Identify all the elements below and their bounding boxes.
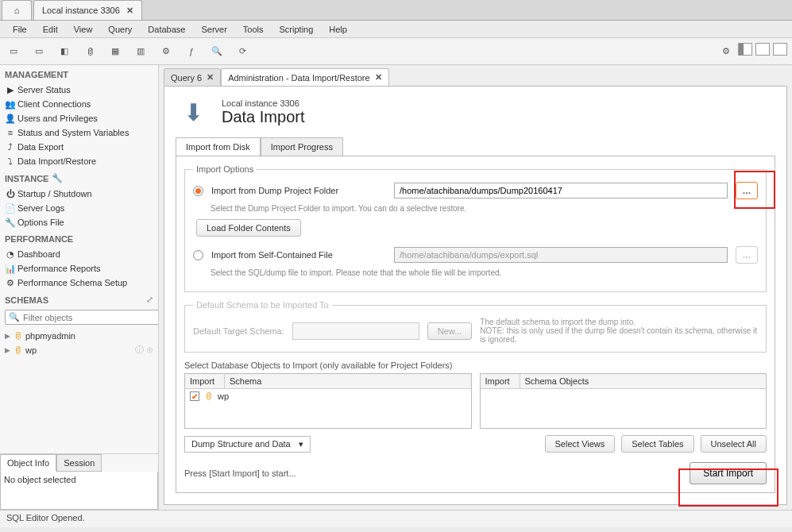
wrench-icon: 🔧 (52, 173, 63, 183)
schemas-section-title: SCHEMAS (5, 295, 48, 305)
load-folder-contents-button[interactable]: Load Folder Contents (196, 219, 301, 237)
nav-data-export[interactable]: ⤴Data Export (0, 140, 158, 154)
self-contained-path-input[interactable] (394, 247, 728, 263)
nav-server-status[interactable]: ▶Server Status (0, 83, 158, 97)
tab-query[interactable]: Query 6✕ (164, 68, 221, 86)
radio-self-contained[interactable] (193, 250, 203, 260)
menu-view[interactable]: View (66, 22, 101, 37)
dump-folder-path-input[interactable] (394, 183, 728, 199)
navigator-sidebar: MANAGEMENT ▶Server Status 👥Client Connec… (0, 65, 159, 510)
search-icon: 🔍 (9, 312, 20, 322)
nav-data-import[interactable]: ⤵Data Import/Restore (0, 154, 158, 168)
radio-dump-folder-label: Import from Dump Project Folder (211, 186, 386, 195)
import-checkbox[interactable]: ✔ (190, 391, 199, 401)
expand-icon[interactable]: ⤢ (146, 295, 153, 305)
open-sql-icon[interactable]: ▭ (30, 43, 48, 60)
schema-filter[interactable]: 🔍 (5, 310, 159, 325)
schema-filter-input[interactable] (23, 313, 159, 322)
view-icon[interactable]: ▥ (132, 43, 149, 60)
close-icon[interactable]: ✕ (375, 72, 382, 83)
schema-row[interactable]: ▶🛢wpⓘ ⊙ (5, 342, 153, 357)
management-section-title: MANAGEMENT (0, 65, 158, 83)
default-schema-fieldset: Default Schema to be Imported To Default… (184, 300, 767, 353)
menu-edit[interactable]: Edit (35, 22, 66, 37)
toggle-secondary-icon[interactable] (773, 43, 787, 56)
object-info-body: No object selected (0, 472, 158, 510)
unselect-all-button[interactable]: Unselect All (701, 435, 767, 453)
menu-tools[interactable]: Tools (235, 22, 272, 37)
inspector-icon[interactable]: ◧ (56, 43, 73, 60)
schema-badges: ⓘ ⊙ (135, 344, 153, 356)
select-tables-button[interactable]: Select Tables (621, 435, 693, 453)
th-schema: Schema (225, 374, 471, 388)
chevron-down-icon: ▾ (299, 439, 303, 449)
new-schema-button[interactable]: New... (427, 322, 473, 340)
power-icon: ⏻ (5, 189, 16, 199)
schema-icon[interactable]: 🛢 (81, 43, 99, 60)
close-icon[interactable]: ✕ (207, 72, 214, 83)
vars-icon: ≡ (5, 128, 16, 137)
schema-import-row[interactable]: ✔ 🛢 wp (185, 389, 471, 403)
nav-client-connections[interactable]: 👥Client Connections (0, 97, 158, 111)
select-objects-label: Select Database Objects to Import (only … (184, 360, 767, 370)
tab-object-info[interactable]: Object Info (0, 454, 56, 472)
toggle-output-icon[interactable] (755, 43, 770, 56)
search-icon[interactable]: 🔍 (208, 43, 226, 60)
dump-type-combo[interactable]: Dump Structure and Data ▾ (184, 436, 311, 453)
menu-help[interactable]: Help (321, 22, 355, 37)
menu-file[interactable]: File (5, 22, 35, 37)
database-icon: 🛢 (14, 345, 22, 355)
new-sql-tab-icon[interactable]: ▭ (5, 43, 22, 60)
expand-tri-icon[interactable]: ▶ (5, 346, 10, 354)
connection-tab[interactable]: Local instance 3306 ✕ (33, 0, 142, 20)
browse-file-button[interactable]: … (736, 246, 758, 264)
database-icon: 🛢 (204, 391, 213, 401)
import-options-legend: Import Options (193, 164, 257, 174)
th-import: Import (185, 374, 225, 388)
start-import-button[interactable]: Start Import (690, 462, 767, 484)
schema-row[interactable]: ▶🛢phpmyadmin (5, 330, 153, 342)
nav-startup[interactable]: ⏻Startup / Shutdown (0, 187, 158, 201)
database-icon: 🛢 (14, 331, 22, 341)
nav-users-privileges[interactable]: 👤Users and Privileges (0, 111, 158, 125)
menu-query[interactable]: Query (100, 22, 140, 37)
nav-dashboard[interactable]: ◔Dashboard (0, 247, 158, 261)
schemas-table: Import Schema ✔ 🛢 wp (184, 373, 472, 429)
menu-database[interactable]: Database (140, 22, 193, 37)
default-target-label: Default Target Schema: (193, 326, 284, 336)
tab-admin-import[interactable]: Administration - Data Import/Restore✕ (221, 68, 389, 86)
select-views-button[interactable]: Select Views (545, 435, 616, 453)
nav-status-variables[interactable]: ≡Status and System Variables (0, 125, 158, 140)
export-icon: ⤴ (5, 142, 16, 152)
nav-server-logs[interactable]: 📄Server Logs (0, 201, 158, 215)
radio-self-contained-label: Import from Self-Contained File (211, 250, 386, 260)
tab-import-progress[interactable]: Import Progress (261, 137, 343, 156)
browse-folder-button[interactable]: … (736, 182, 758, 199)
close-icon[interactable]: ✕ (126, 6, 133, 16)
nav-options-file[interactable]: 🔧Options File (0, 215, 158, 229)
users-icon: 👤 (5, 114, 16, 124)
expand-tri-icon[interactable]: ▶ (5, 332, 10, 340)
panel-subtitle: Local instance 3306 (222, 98, 304, 108)
radio-dump-folder[interactable] (193, 186, 203, 196)
gear-icon[interactable]: ⚙ (717, 43, 735, 60)
nav-perf-reports[interactable]: 📊Performance Reports (0, 261, 158, 276)
menu-scripting[interactable]: Scripting (272, 22, 322, 37)
menu-server[interactable]: Server (193, 22, 234, 37)
status-icon: ▶ (5, 85, 16, 95)
procedure-icon[interactable]: ⚙ (157, 43, 175, 60)
tab-session[interactable]: Session (56, 454, 102, 472)
reconnect-icon[interactable]: ⟳ (234, 43, 251, 60)
panel-title: Data Import (222, 108, 304, 126)
toggle-sidebar-icon[interactable] (738, 43, 752, 56)
nav-perf-schema[interactable]: ⚙Performance Schema Setup (0, 276, 158, 290)
tab-import-from-disk[interactable]: Import from Disk (176, 137, 261, 156)
window-tab-bar: ⌂ Local instance 3306 ✕ (0, 0, 792, 21)
options-icon: 🔧 (5, 218, 16, 228)
default-schema-combo[interactable] (292, 322, 419, 340)
function-icon[interactable]: ƒ (183, 43, 200, 60)
connection-tab-label: Local instance 3306 (42, 6, 120, 15)
home-tab[interactable]: ⌂ (2, 0, 32, 20)
table-icon[interactable]: ▦ (106, 43, 124, 60)
file-hint: Select the SQL/dump file to import. Plea… (211, 268, 758, 277)
